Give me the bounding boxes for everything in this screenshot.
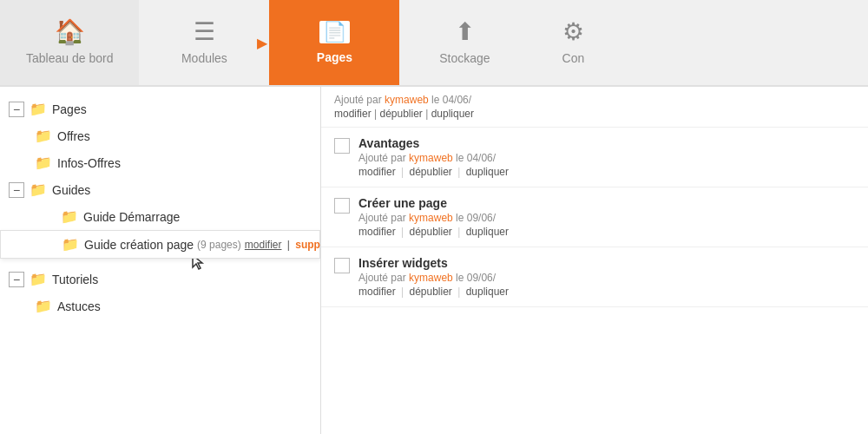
folder-pages-icon: 📁: [30, 101, 47, 117]
nav-stockage-label: Stockage: [439, 51, 490, 65]
inserer-modifier[interactable]: modifier: [358, 286, 396, 298]
main-content: − 📁 Pages 📁 Offres 📁 Infos-Offres − 📁 Gu…: [0, 87, 868, 434]
folder-offres-icon: 📁: [35, 128, 52, 144]
folder-astuces-icon: 📁: [35, 298, 52, 314]
modules-icon: ☰: [194, 20, 215, 44]
sidebar-item-guide-demarrage[interactable]: 📁 Guide Démarrage: [0, 203, 320, 230]
home-icon: 🏠: [55, 20, 85, 44]
avantages-meta: Ajouté par kymaweb le 04/06/: [358, 152, 855, 164]
nav-tableau-de-bord-label: Tableau de bord: [26, 51, 113, 65]
partial-depublier-link[interactable]: dépublier: [379, 108, 422, 120]
partial-dupliquer-link[interactable]: dupliquer: [431, 108, 474, 120]
folder-guide-demarrage-icon: 📁: [61, 208, 78, 225]
creer-sep1: |: [401, 226, 406, 238]
inserer-date: le 09/06/: [456, 272, 496, 284]
avantages-info: Avantages Ajouté par kymaweb le 04/06/ m…: [358, 136, 855, 178]
nav-pages[interactable]: 📄 Pages: [269, 0, 399, 85]
inserer-added-label: Ajouté par: [358, 272, 406, 284]
modules-arrow-icon: ▶: [257, 35, 267, 51]
page-entry-avantages: Avantages Ajouté par kymaweb le 04/06/ m…: [321, 128, 868, 187]
avantages-date: le 04/06/: [456, 152, 496, 164]
sidebar-item-guides[interactable]: − 📁 Guides: [0, 176, 320, 203]
nav-modules[interactable]: ☰ Modules: [139, 11, 269, 74]
creer-date: le 09/06/: [456, 212, 496, 224]
actions-separator: |: [287, 239, 293, 251]
folder-tutoriels-icon: 📁: [30, 271, 47, 287]
creer-une-page-header: Créer une page Ajouté par kymaweb le 09/…: [334, 196, 855, 238]
sidebar-guide-creation-label: Guide création page: [84, 238, 194, 252]
avantages-added-label: Ajouté par: [358, 152, 406, 164]
sidebar-item-tutoriels[interactable]: − 📁 Tutoriels: [0, 266, 320, 293]
nav-con[interactable]: ⚙ Con: [529, 0, 616, 85]
sidebar-guide-demarrage-label: Guide Démarrage: [83, 210, 180, 224]
guide-creation-modifier-link[interactable]: modifier: [245, 239, 282, 251]
inserer-sep2: |: [457, 286, 463, 298]
nav-pages-label: Pages: [317, 50, 352, 64]
guide-creation-page-count: (9 pages): [197, 239, 241, 251]
nav-con-label: Con: [562, 51, 585, 65]
sidebar-astuces-label: Astuces: [57, 299, 101, 313]
partial-modifier-link[interactable]: modifier: [334, 108, 372, 120]
right-panel: Ajouté par kymaweb le 04/06/ modifier | …: [321, 87, 868, 434]
nav-tableau-de-bord[interactable]: 🏠 Tableau de bord: [0, 0, 139, 85]
avantages-user-link[interactable]: kymaweb: [409, 152, 453, 164]
folder-guides-icon: 📁: [30, 181, 47, 198]
sidebar-item-pages[interactable]: − 📁 Pages: [0, 95, 320, 122]
toggle-guides[interactable]: −: [9, 182, 24, 198]
inserer-widgets-info: Insérer widgets Ajouté par kymaweb le 09…: [358, 256, 855, 298]
creer-added-label: Ajouté par: [358, 212, 406, 224]
partial-added-label: Ajouté par: [334, 94, 382, 106]
page-entry-inserer-widgets: Insérer widgets Ajouté par kymaweb le 09…: [321, 247, 868, 307]
guide-creation-supprimer-link[interactable]: supprimer: [295, 239, 321, 251]
sidebar-item-infos-offres[interactable]: 📁 Infos-Offres: [0, 149, 320, 176]
con-icon: ⚙: [562, 20, 584, 44]
creer-actions: modifier | dépublier | dupliquer: [358, 226, 855, 238]
avantages-dupliquer[interactable]: dupliquer: [466, 166, 509, 178]
avantages-actions: modifier | dépublier | dupliquer: [358, 166, 855, 178]
sidebar-pages-label: Pages: [52, 102, 87, 116]
sidebar-item-astuces[interactable]: 📁 Astuces: [0, 293, 320, 319]
sidebar-item-guide-creation-page[interactable]: 📁 Guide création page (9 pages) modifier…: [0, 230, 320, 259]
inserer-sep1: |: [401, 286, 406, 298]
partial-added-user[interactable]: kymaweb: [385, 94, 429, 106]
inserer-widgets-header: Insérer widgets Ajouté par kymaweb le 09…: [334, 256, 855, 298]
creer-une-page-info: Créer une page Ajouté par kymaweb le 09/…: [358, 196, 855, 238]
pages-icon: 📄: [319, 21, 350, 43]
page-entry-creer-une-page: Créer une page Ajouté par kymaweb le 09/…: [321, 187, 868, 247]
avantages-header: Avantages Ajouté par kymaweb le 04/06/ m…: [334, 136, 855, 178]
top-nav: 🏠 Tableau de bord ☰ Modules ▶ 📄 Pages ⬆ …: [0, 0, 868, 87]
inserer-user-link[interactable]: kymaweb: [409, 272, 453, 284]
sidebar-offres-label: Offres: [57, 129, 90, 143]
sidebar-item-offres[interactable]: 📁 Offres: [0, 122, 320, 149]
sidebar-guides-label: Guides: [52, 183, 90, 197]
folder-guide-creation-icon: 📁: [62, 236, 79, 253]
creer-une-page-checkbox[interactable]: [334, 198, 350, 214]
folder-infos-offres-icon: 📁: [35, 155, 52, 171]
partial-added-date: le 04/06/: [431, 94, 471, 106]
avantages-sep1: |: [401, 166, 406, 178]
sidebar-tutoriels-label: Tutoriels: [52, 273, 98, 286]
creer-sep2: |: [457, 226, 463, 238]
inserer-widgets-title: Insérer widgets: [358, 256, 855, 270]
inserer-widgets-checkbox[interactable]: [334, 258, 350, 273]
nav-stockage[interactable]: ⬆ Stockage: [399, 0, 529, 85]
stockage-icon: ⬆: [455, 20, 475, 44]
inserer-depublier[interactable]: dépublier: [409, 286, 451, 298]
sidebar: − 📁 Pages 📁 Offres 📁 Infos-Offres − 📁 Gu…: [0, 87, 321, 434]
creer-dupliquer[interactable]: dupliquer: [466, 226, 509, 238]
creer-user-link[interactable]: kymaweb: [409, 212, 453, 224]
sidebar-infos-offres-label: Infos-Offres: [57, 156, 121, 170]
nav-modules-label: Modules: [181, 51, 227, 65]
avantages-modifier[interactable]: modifier: [358, 166, 396, 178]
avantages-depublier[interactable]: dépublier: [409, 166, 451, 178]
toggle-tutoriels[interactable]: −: [9, 272, 24, 287]
partial-top-entry: Ajouté par kymaweb le 04/06/ modifier | …: [321, 87, 868, 128]
inserer-dupliquer[interactable]: dupliquer: [466, 286, 509, 298]
avantages-checkbox[interactable]: [334, 138, 350, 154]
inserer-widgets-meta: Ajouté par kymaweb le 09/06/: [358, 272, 855, 284]
inserer-actions: modifier | dépublier | dupliquer: [358, 286, 855, 298]
creer-une-page-title: Créer une page: [358, 196, 855, 210]
creer-modifier[interactable]: modifier: [358, 226, 396, 238]
toggle-pages[interactable]: −: [9, 102, 24, 117]
creer-depublier[interactable]: dépublier: [409, 226, 451, 238]
